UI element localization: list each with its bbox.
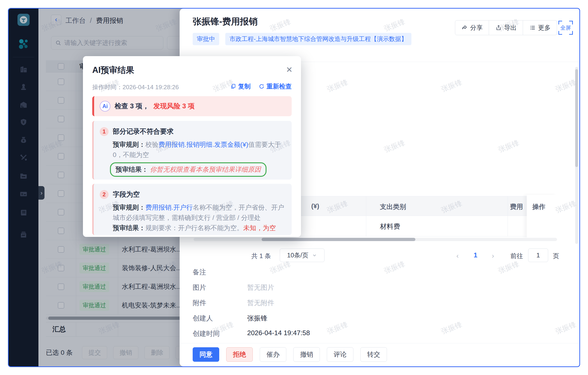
project-badge[interactable]: 市政工程-上海城市智慧地下综合管网改造与升级工程【演示数据】: [225, 33, 411, 45]
field-value: 暂无附件: [247, 298, 274, 314]
rule-field-link[interactable]: 费用报销.开户行: [145, 204, 193, 211]
detail-field-row: 创建时间2026-04-14 19:47:58: [193, 329, 402, 344]
check-count: 检查 3 项，: [115, 102, 149, 111]
field-label: 创建人: [193, 314, 247, 329]
fee-column-header: 费用: [510, 202, 523, 211]
scrollbar-thumb[interactable]: [575, 69, 578, 167]
amount-column-header: (¥): [311, 202, 319, 210]
operation-fixed-column: 操作: [527, 195, 557, 238]
copy-button[interactable]: 复制: [230, 82, 251, 91]
sidebar-collapse-handle[interactable]: ›: [38, 186, 44, 200]
category-column-header: 支出类别: [380, 202, 406, 211]
refresh-icon: [259, 83, 265, 89]
modal-title: AI预审结果: [92, 64, 134, 76]
rule-field-link[interactable]: 费用报销.报销明细.发票金额(¥): [158, 141, 248, 148]
highlight-annotation-box: 预审结果： 你暂无权限查看本条预审结果详细原因: [110, 162, 266, 177]
field-label: 备注: [193, 268, 247, 283]
risk-count: 发现风险 3 项: [153, 102, 195, 111]
page-size-select[interactable]: 10条/页: [280, 249, 325, 262]
detail-field-row: 创建人张振锋: [193, 314, 402, 329]
ai-check-summary: Ai 检查 3 项， 发现风险 3 项: [92, 96, 292, 116]
drawer-title: 张振锋-费用报销: [193, 16, 258, 28]
field-label: 图片: [193, 283, 247, 298]
agree-button[interactable]: 同意: [193, 347, 219, 362]
risk-number-badge: 1: [100, 127, 109, 136]
chevron-down-icon: [312, 252, 317, 258]
urge-button[interactable]: 催办: [260, 347, 286, 362]
close-icon[interactable]: ✕: [286, 65, 293, 74]
category-cell: 材料费: [380, 222, 400, 231]
risk-result-text: 未知，为空: [243, 224, 276, 231]
restricted-result-text: 你暂无权限查看本条预审结果详细原因: [150, 166, 261, 173]
drawer-actions: 分享 导出 更多: [455, 20, 557, 35]
export-button[interactable]: 导出: [489, 20, 523, 35]
risk-title: 字段为空: [113, 190, 140, 199]
status-badge: 审批中: [193, 33, 219, 45]
share-icon: [461, 24, 468, 31]
field-label: 附件: [193, 298, 247, 314]
comment-button[interactable]: 评论: [327, 347, 353, 362]
goto-label: 前往: [510, 252, 523, 260]
copy-icon: [230, 83, 236, 89]
detail-field-row: 备注: [193, 268, 402, 283]
risk-item-1: 1 部分记录不符合要求 预审规则：校验费用报销.报销明细.发票金额(¥)值需要大…: [92, 121, 292, 180]
drawer-vertical-scrollbar[interactable]: [575, 67, 578, 244]
recheck-button[interactable]: 重新检查: [259, 82, 292, 91]
ai-review-modal: AI预审结果 ✕ 操作时间：2026-04-14 19:28:26 复制 重新检…: [83, 56, 301, 237]
app-window: ¥ ¥ ¥: [8, 8, 580, 367]
export-icon: [495, 24, 502, 31]
operation-time: 操作时间：2026-04-14 19:28:26: [92, 83, 179, 91]
risk-number-badge: 2: [100, 190, 109, 199]
detail-fields: 备注图片暂无图片附件暂无附件创建人张振锋创建时间2026-04-14 19:47…: [193, 268, 402, 344]
detail-field-row: 图片暂无图片: [193, 283, 402, 298]
withdraw-approval-button[interactable]: 撤销: [293, 347, 320, 362]
footer-divider: [180, 343, 580, 343]
field-label: 创建时间: [193, 329, 247, 344]
detail-field-row: 附件暂无附件: [193, 298, 402, 314]
fullscreen-button[interactable]: 全屏: [558, 20, 573, 36]
next-page-button[interactable]: ›: [492, 252, 494, 260]
total-count: 共 1 条: [251, 252, 271, 260]
field-value: 张振锋: [247, 314, 267, 329]
transfer-button[interactable]: 转交: [360, 347, 387, 362]
list-icon: [529, 24, 536, 31]
operation-column-header: 操作: [532, 202, 545, 211]
page-unit-label: 页: [553, 252, 559, 260]
fullscreen-icon: [558, 21, 562, 24]
reject-button[interactable]: 拒绝: [226, 347, 253, 362]
risk-item-2: 2 字段为空 预审规则：费用报销.开户行名称不能为空，开户省份、开户城市必须填写…: [92, 184, 292, 235]
goto-page-input[interactable]: [528, 249, 548, 262]
prev-page-button[interactable]: ‹: [456, 252, 459, 260]
risk-title: 部分记录不符合要求: [113, 127, 174, 136]
ai-icon: Ai: [100, 101, 110, 112]
approval-actions: 同意 拒绝 催办 撤销 评论 转交: [193, 347, 387, 362]
pagination: 共 1 条 10条/页 ‹ 1 › 前往 页: [180, 249, 580, 262]
scrollbar-thumb[interactable]: [262, 238, 415, 241]
current-page[interactable]: 1: [474, 251, 477, 259]
more-button[interactable]: 更多: [523, 20, 557, 35]
chevron-right-icon: ›: [41, 189, 43, 197]
field-value: 暂无图片: [247, 283, 274, 298]
share-button[interactable]: 分享: [455, 20, 489, 35]
field-value: 2026-04-14 19:47:58: [247, 329, 310, 344]
detail-table-scrollbar[interactable]: [194, 238, 557, 241]
